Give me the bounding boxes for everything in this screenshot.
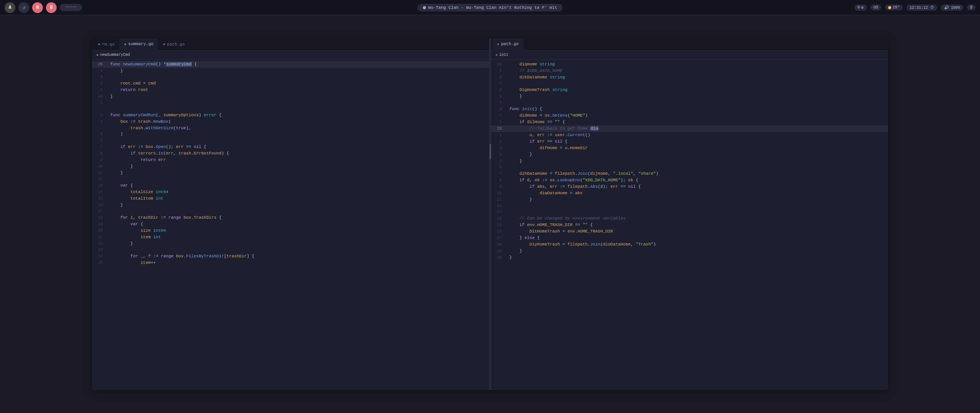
- code-line: 5 }: [491, 158, 889, 164]
- code-line: 15 totalItem int: [92, 195, 489, 202]
- right-code-area[interactable]: 10 diqHome string 9 // $XDG_DATA_HOME 8 …: [491, 60, 889, 390]
- code-line: 17 } else {: [491, 235, 889, 241]
- code-line: 25 item++: [92, 260, 489, 266]
- code-line: 2 func summaryCmdRun(_ summaryOptions) e…: [92, 112, 489, 119]
- code-line: 4 }: [92, 68, 489, 74]
- weather-dot: [888, 6, 891, 9]
- code-line: 1 if dilHome == "" {: [491, 119, 889, 125]
- code-line: 13 var {: [92, 182, 489, 189]
- locale-badge[interactable]: US: [871, 5, 881, 10]
- code-line: 1: [92, 100, 489, 106]
- code-line: 9 if abs, err := filepath.Abs(d); err ==…: [491, 184, 889, 190]
- left-tabs: ◈ rm.go ◈ summary.go ◈ path.go: [92, 38, 489, 50]
- refresh-button[interactable]: ↺: [18, 2, 29, 13]
- code-line: 26 func newSummaryCmd() *summaryCmd {: [92, 61, 489, 68]
- code-line: 19 var {: [92, 221, 489, 228]
- code-line: 21 item int: [92, 234, 489, 241]
- code-line: 8 if d, ok := os.LookupEnv("XDG_DATA_HOM…: [491, 177, 889, 184]
- code-line: 15 if env.HOME_TRASH_DIR == "" {: [491, 222, 889, 228]
- code-line: 5 }: [491, 93, 889, 100]
- code-line: 9 // $XDG_DATA_HOME: [491, 68, 889, 74]
- avatar-n[interactable]: N: [32, 2, 43, 13]
- code-line: 7 dihDataHome = filepath.Join(dijHome, "…: [491, 171, 889, 177]
- code-line: 14 totalSize int64: [92, 189, 489, 195]
- music-title-pill[interactable]: Wu-Tang Clan - Wu-Tang Clan Ain't Nuthin…: [418, 4, 563, 11]
- code-line: 23 // fallback to get home dia: [491, 125, 889, 132]
- topbar-title-area: Wu-Tang Clan - Wu-Tang Clan Ain't Nuthin…: [418, 4, 563, 11]
- code-line: 7: [491, 81, 889, 87]
- code-line: 6: [491, 164, 889, 171]
- code-line: 10 }: [92, 163, 489, 170]
- tab-path-go-right[interactable]: ◈ path.go: [493, 38, 524, 50]
- code-line: 2 root.cmd = cmd: [92, 80, 489, 87]
- code-line: 3 func init() {: [491, 106, 889, 112]
- code-line: 20 }: [491, 254, 889, 261]
- power-badge: $: [967, 5, 975, 10]
- tab-icon-path-left: ◈: [163, 42, 165, 46]
- notifications-badge[interactable]: 9 ⚙: [854, 5, 867, 11]
- tab-label-summary: summary.go: [128, 42, 154, 46]
- code-line: 3 difHome = u.HomeDir: [491, 145, 889, 151]
- avatar-a[interactable]: A: [5, 2, 15, 13]
- topbar-right: 9 ⚙ US 29° 12:31:12 ⏱ 🔊 100% $: [854, 5, 975, 11]
- code-line: trash.WithGetSize(true),: [92, 125, 489, 131]
- code-line: 20 size int64: [92, 228, 489, 234]
- tab-icon-rm: ◈: [98, 42, 100, 46]
- code-line: 17: [92, 208, 489, 215]
- left-scroll-thumb: [490, 144, 491, 159]
- code-line: 13: [491, 209, 889, 215]
- code-line: 46 }: [92, 93, 489, 100]
- tab-rm-go[interactable]: ◈ rm.go: [93, 38, 119, 50]
- tab-label-path-left: path.go: [167, 42, 185, 47]
- code-line: 5 ): [92, 131, 489, 138]
- topbar-left: A ↺ N B ~~~~~: [5, 2, 82, 13]
- code-line: 24 for _, f := range box.FilesByTrashDir…: [92, 253, 489, 260]
- weather-badge: 29°: [885, 5, 903, 10]
- music-squiggle: ~~~~~: [60, 4, 82, 11]
- code-line: 4 }: [491, 151, 889, 158]
- code-line: 2 if err == nil {: [491, 138, 889, 145]
- avatar-b[interactable]: B: [46, 2, 57, 13]
- left-scroll-indicator[interactable]: [490, 38, 491, 390]
- right-breadcrumb: ◈ init: [491, 50, 889, 60]
- code-line: 11 }: [491, 197, 889, 203]
- right-breadcrumb-item: init: [499, 53, 508, 57]
- code-line: 6: [92, 138, 489, 144]
- left-editor: ◈ rm.go ◈ summary.go ◈ path.go ◈ newSumm…: [92, 38, 490, 390]
- right-tabs: ◈ path.go: [491, 38, 889, 50]
- tab-label-rm: rm.go: [102, 42, 114, 47]
- code-line: 2 didHome = os.Getenv("HOME"): [491, 112, 889, 119]
- code-line: 4: [491, 100, 889, 106]
- clock-badge: 12:31:12 ⏱: [906, 5, 937, 11]
- code-line: 11 }: [92, 170, 489, 176]
- code-line: 9 return err: [92, 157, 489, 163]
- code-line: 18 for i, trashDir := range box.TrashDir…: [92, 215, 489, 221]
- code-line: 8 if terrors.Is(err, trash.ErrNotFound) …: [92, 150, 489, 157]
- code-line: [92, 106, 489, 112]
- breadcrumb-icon: ◈: [96, 53, 98, 57]
- tab-label-path-right: path.go: [501, 42, 519, 46]
- right-editor: ◈ path.go ◈ init 10 diqHome string 9 // …: [491, 38, 889, 390]
- code-line: 3 box := trash.NewBox(: [92, 119, 489, 125]
- code-line: 3: [92, 74, 489, 80]
- tab-path-go-left[interactable]: ◈ path.go: [158, 38, 190, 50]
- main-content: ◈ rm.go ◈ summary.go ◈ path.go ◈ newSumm…: [0, 15, 980, 413]
- code-line: 18 DiyHomeTrash = filepath.Join(dioDataH…: [491, 241, 889, 248]
- topbar: A ↺ N B ~~~~~ Wu-Tang Clan - Wu-Tang Cla…: [0, 0, 980, 15]
- volume-badge[interactable]: 🔊 100%: [941, 5, 963, 11]
- code-line: 23: [92, 247, 489, 253]
- tab-icon-path-right: ◈: [497, 42, 499, 46]
- breadcrumb-item: newSummaryCmd: [100, 53, 130, 57]
- code-line: 10 diwDataHome = abs: [491, 190, 889, 197]
- code-line: 10 DitHomeTrash = env.HOME_TRASH_DIR: [491, 228, 889, 235]
- code-line: 8 dikDataHome string: [491, 74, 889, 81]
- code-line: 7 if err := box.Open(); err == nil {: [92, 144, 489, 150]
- code-line: 14 // Can be changed by environment vari…: [491, 215, 889, 222]
- code-line: 10 diqHome string: [491, 61, 889, 68]
- tab-icon-summary: ◈: [124, 42, 126, 46]
- tab-summary-go[interactable]: ◈ summary.go: [119, 38, 158, 50]
- music-title-text: Wu-Tang Clan - Wu-Tang Clan Ain't Nuthin…: [428, 5, 557, 10]
- code-line: 1 return root: [92, 87, 489, 93]
- code-line: 22 }: [92, 241, 489, 247]
- left-code-area[interactable]: 26 func newSummaryCmd() *summaryCmd { 4 …: [92, 60, 489, 390]
